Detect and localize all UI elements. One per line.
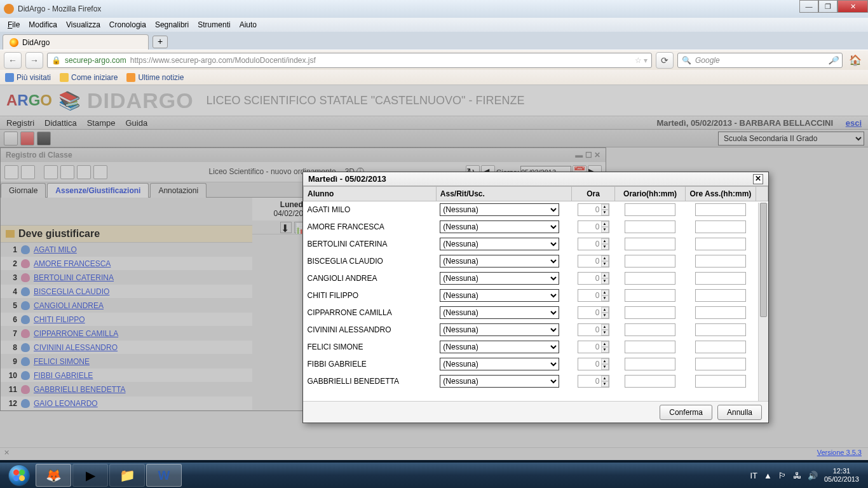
spin-down[interactable]: ▼ <box>601 261 609 267</box>
orario-input[interactable] <box>625 203 675 216</box>
orario-input[interactable] <box>625 220 675 233</box>
aru-select[interactable]: (Nessuna) <box>440 289 559 302</box>
cell-alunno: CIVININI ALESSANDRO <box>304 322 437 339</box>
menu-bookmarks[interactable]: Segnalibri <box>151 19 193 30</box>
tray-action-center-icon[interactable]: 🏳 <box>778 471 787 480</box>
orario-input[interactable] <box>625 375 675 388</box>
menu-view[interactable]: Visualizza <box>62 19 104 30</box>
menu-history[interactable]: Cronologia <box>105 19 150 30</box>
minimize-button[interactable]: — <box>799 0 818 13</box>
orario-input[interactable] <box>625 238 675 250</box>
spin-down[interactable]: ▼ <box>601 381 609 387</box>
spin-down[interactable]: ▼ <box>601 210 609 215</box>
spin-down[interactable]: ▼ <box>601 227 609 233</box>
orario-input[interactable] <box>625 255 675 268</box>
spin-up[interactable]: ▲ <box>601 290 609 295</box>
bookmark-most-visited[interactable]: Più visitati <box>5 73 51 82</box>
aru-select[interactable]: (Nessuna) <box>440 220 559 233</box>
spin-up[interactable]: ▲ <box>601 341 609 347</box>
close-button[interactable]: ✕ <box>837 0 868 13</box>
oreass-input[interactable] <box>695 289 746 302</box>
spin-up[interactable]: ▲ <box>601 204 609 210</box>
reload-button[interactable]: ⟳ <box>656 52 674 69</box>
aru-select[interactable]: (Nessuna) <box>440 272 559 285</box>
spin-down[interactable]: ▼ <box>601 330 609 336</box>
version-link[interactable]: Versione 3.5.3 <box>817 449 862 456</box>
home-button[interactable]: 🏠 <box>846 52 864 69</box>
aru-select[interactable]: (Nessuna) <box>440 341 559 353</box>
aru-select[interactable]: (Nessuna) <box>440 306 559 319</box>
forward-button[interactable]: → <box>25 52 43 69</box>
taskbar-explorer[interactable]: 📁 <box>109 464 145 487</box>
spin-up[interactable]: ▲ <box>601 273 609 278</box>
search-input[interactable]: 🔍 Google 🔎 <box>677 53 843 68</box>
spin-down[interactable]: ▼ <box>601 313 609 318</box>
annulla-button[interactable]: Annulla <box>717 405 762 420</box>
browser-tab-active[interactable]: DidArgo <box>3 34 149 50</box>
cell-alunno: GABBRIELLI BENEDETTA <box>304 373 437 390</box>
oreass-input[interactable] <box>695 306 746 319</box>
orario-input[interactable] <box>625 272 675 285</box>
search-placeholder: Google <box>695 56 720 65</box>
spin-up[interactable]: ▲ <box>601 221 609 227</box>
spin-up[interactable]: ▲ <box>601 307 609 313</box>
modal-scrollbar[interactable] <box>758 203 768 401</box>
back-button[interactable]: ← <box>4 52 22 69</box>
tray-lang[interactable]: IT <box>750 471 758 480</box>
oreass-input[interactable] <box>695 323 746 336</box>
oreass-input[interactable] <box>695 272 746 285</box>
cell-alunno: CHITI FILIPPO <box>304 287 437 304</box>
url-full: https://www.securep-argo.com/ModuloDocen… <box>130 56 316 65</box>
start-button[interactable] <box>4 464 34 487</box>
aru-select[interactable]: (Nessuna) <box>440 323 559 336</box>
orario-input[interactable] <box>625 358 675 370</box>
orario-input[interactable] <box>625 323 675 336</box>
tray-network-icon[interactable]: 🖧 <box>793 471 801 480</box>
taskbar-mediaplayer[interactable]: ▶ <box>72 464 108 487</box>
aru-select[interactable]: (Nessuna) <box>440 203 559 216</box>
oreass-input[interactable] <box>695 375 746 388</box>
aru-select[interactable]: (Nessuna) <box>440 238 559 250</box>
tray-clock[interactable]: 12:3105/02/2013 <box>824 467 859 484</box>
tray-up-icon[interactable]: ▲ <box>764 471 772 480</box>
menu-help[interactable]: Aiuto <box>236 19 261 30</box>
menu-file[interactable]: FFileile <box>4 19 24 30</box>
bookmark-star-icon[interactable]: ☆ ▾ <box>635 56 648 65</box>
spin-down[interactable]: ▼ <box>601 364 609 370</box>
tray-volume-icon[interactable]: 🔊 <box>808 471 818 480</box>
taskbar-word[interactable]: W <box>146 464 182 487</box>
url-input[interactable]: 🔒 securep-argo.com https://www.securep-a… <box>47 53 652 68</box>
spin-down[interactable]: ▼ <box>601 295 609 301</box>
maximize-button[interactable]: ❐ <box>818 0 837 13</box>
oreass-input[interactable] <box>695 203 746 216</box>
menu-tools[interactable]: Strumenti <box>194 19 234 30</box>
spin-up[interactable]: ▲ <box>601 255 609 261</box>
oreass-input[interactable] <box>695 238 746 250</box>
aru-select[interactable]: (Nessuna) <box>440 375 559 388</box>
oreass-input[interactable] <box>695 341 746 353</box>
orario-input[interactable] <box>625 289 675 302</box>
oreass-input[interactable] <box>695 358 746 370</box>
spin-down[interactable]: ▼ <box>601 278 609 284</box>
orario-input[interactable] <box>625 306 675 319</box>
spin-down[interactable]: ▼ <box>601 347 609 353</box>
spin-up[interactable]: ▲ <box>601 238 609 244</box>
spin-up[interactable]: ▲ <box>601 324 609 330</box>
oreass-input[interactable] <box>695 220 746 233</box>
window-title: DidArgo - Mozilla Firefox <box>18 4 101 13</box>
bookmark-latest-news[interactable]: Ultime notizie <box>126 73 184 82</box>
orario-input[interactable] <box>625 341 675 353</box>
spin-up[interactable]: ▲ <box>601 376 609 381</box>
new-tab-button[interactable]: + <box>153 36 168 48</box>
taskbar-firefox[interactable]: 🦊 <box>36 464 71 487</box>
spin-down[interactable]: ▼ <box>601 244 609 250</box>
aru-select[interactable]: (Nessuna) <box>440 255 559 268</box>
modal-close-button[interactable]: ✕ <box>753 174 763 184</box>
scrollbar-thumb[interactable] <box>760 203 767 317</box>
aru-select[interactable]: (Nessuna) <box>440 358 559 370</box>
spin-up[interactable]: ▲ <box>601 358 609 364</box>
conferma-button[interactable]: Conferma <box>660 405 712 420</box>
bookmark-getting-started[interactable]: Come iniziare <box>60 73 118 82</box>
menu-edit[interactable]: Modifica <box>25 19 61 30</box>
oreass-input[interactable] <box>695 255 746 268</box>
